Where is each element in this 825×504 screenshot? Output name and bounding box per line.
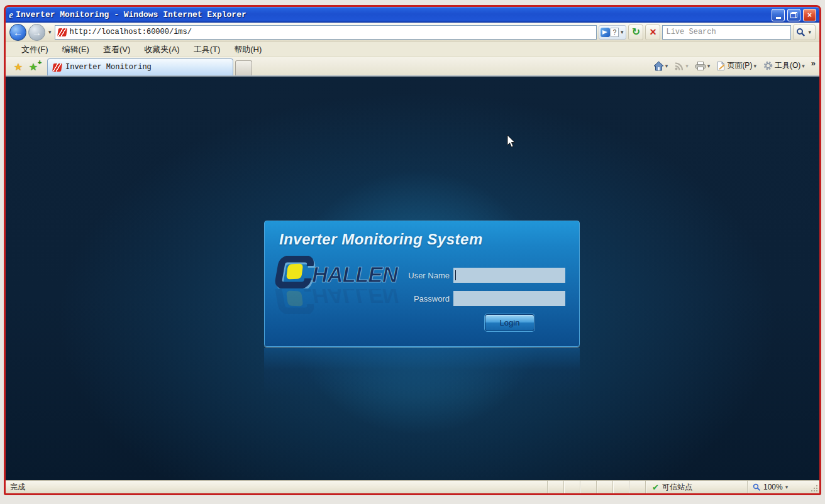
site-favicon-icon bbox=[57, 28, 67, 36]
close-icon: × bbox=[807, 11, 812, 19]
status-pane bbox=[563, 481, 580, 493]
add-favorite-plus-icon: + bbox=[38, 59, 42, 66]
zoom-control[interactable]: 100% ▾ bbox=[747, 481, 810, 493]
search-input[interactable] bbox=[666, 28, 787, 36]
ie-logo-icon: e bbox=[9, 10, 13, 20]
feeds-button[interactable]: ▾ bbox=[672, 59, 691, 73]
restore-button[interactable] bbox=[787, 9, 800, 21]
challen-logo: HALLEN HALLEN bbox=[273, 256, 424, 314]
status-pane bbox=[596, 481, 612, 493]
history-dropdown-icon[interactable]: ▾ bbox=[47, 29, 53, 35]
username-label: User Name bbox=[408, 271, 450, 280]
search-button[interactable]: ▾ bbox=[793, 25, 816, 40]
resize-grip[interactable] bbox=[810, 481, 819, 493]
plugin-dropdown-icon: ▾ bbox=[619, 29, 625, 35]
security-zone-label: 可信站点 bbox=[662, 482, 692, 493]
feeds-dropdown-icon: ▾ bbox=[685, 63, 689, 69]
command-bar: ▾ ▾ ▾ bbox=[651, 57, 816, 75]
grip-dots-icon bbox=[816, 490, 817, 491]
tab-favicon-icon bbox=[52, 63, 62, 72]
system-title: Inverter Monitoring System bbox=[279, 231, 483, 248]
stop-icon: × bbox=[650, 26, 656, 38]
trusted-check-icon: ✔ bbox=[652, 483, 659, 492]
search-icon bbox=[796, 28, 806, 37]
address-bar[interactable] bbox=[55, 25, 597, 40]
svg-text:HALLEN: HALLEN bbox=[312, 289, 399, 308]
zoom-magnifier-icon bbox=[753, 483, 761, 491]
back-button[interactable]: ← bbox=[9, 24, 26, 41]
tools-menu-button[interactable]: 工具(O) ▾ bbox=[760, 58, 807, 73]
username-row: User Name bbox=[408, 268, 565, 283]
page-menu-label: 页面(P) bbox=[727, 60, 752, 71]
new-tab-button[interactable] bbox=[235, 60, 252, 75]
refresh-button[interactable]: ↻ bbox=[628, 25, 643, 40]
printer-icon bbox=[695, 61, 706, 71]
password-row: Password bbox=[414, 291, 565, 306]
challen-logo-icon: HALLEN bbox=[273, 256, 424, 288]
status-text: 完成 bbox=[6, 481, 547, 493]
security-zone-pane: ✔ 可信站点 bbox=[645, 481, 747, 493]
favorites-center-button[interactable]: ★ bbox=[11, 58, 26, 75]
text-caret bbox=[455, 270, 456, 280]
close-button[interactable]: × bbox=[803, 9, 816, 21]
panel-reflection bbox=[264, 348, 580, 397]
plugin-help-icon: ? bbox=[611, 28, 619, 37]
gear-icon bbox=[763, 60, 773, 71]
mouse-cursor-icon bbox=[507, 134, 516, 148]
search-dropdown-icon[interactable]: ▾ bbox=[807, 29, 812, 35]
window-title: Inverter Monitoring - Windows Internet E… bbox=[16, 10, 769, 19]
tools-menu-label: 工具(O) bbox=[775, 60, 800, 71]
status-pane bbox=[580, 481, 596, 493]
plugin-icon bbox=[601, 28, 610, 37]
status-bar: 完成 ✔ 可信站点 100% ▾ bbox=[6, 480, 819, 493]
menu-favorites[interactable]: 收藏夹(A) bbox=[137, 43, 186, 57]
page-icon bbox=[716, 61, 726, 71]
logo-reflection: HALLEN bbox=[273, 289, 424, 314]
login-panel: Inverter Monitoring System HALLEN bbox=[264, 221, 580, 347]
logo-text: HALLEN bbox=[312, 262, 399, 287]
live-search-box[interactable] bbox=[662, 25, 791, 40]
menu-bar: 文件(F) 编辑(E) 查看(V) 收藏夹(A) 工具(T) 帮助(H) bbox=[6, 42, 819, 57]
menu-help[interactable]: 帮助(H) bbox=[227, 43, 269, 57]
tab-bar: ★ ★+ Inverter Monitoring ▾ ▾ bbox=[6, 57, 819, 76]
stop-button[interactable]: × bbox=[645, 25, 660, 40]
page-viewport: Inverter Monitoring System HALLEN bbox=[6, 76, 819, 480]
address-input[interactable] bbox=[70, 28, 594, 36]
tab-title: Inverter Monitoring bbox=[65, 63, 152, 72]
print-dropdown-icon[interactable]: ▾ bbox=[707, 63, 711, 69]
menu-file[interactable]: 文件(F) bbox=[14, 43, 55, 57]
password-label: Password bbox=[414, 294, 450, 304]
status-pane bbox=[547, 481, 563, 493]
tab-inverter-monitoring[interactable]: Inverter Monitoring bbox=[47, 58, 233, 75]
forward-button[interactable]: → bbox=[28, 24, 45, 41]
refresh-icon: ↻ bbox=[632, 27, 640, 37]
browser-window: e Inverter Monitoring - Windows Internet… bbox=[4, 5, 821, 495]
home-dropdown-icon[interactable]: ▾ bbox=[665, 63, 668, 69]
status-pane bbox=[629, 481, 645, 493]
tools-dropdown-icon: ▾ bbox=[802, 63, 805, 69]
menu-tools[interactable]: 工具(T) bbox=[187, 43, 228, 57]
page-menu-button[interactable]: 页面(P) ▾ bbox=[714, 58, 759, 73]
menu-edit[interactable]: 编辑(E) bbox=[55, 43, 96, 57]
password-input[interactable] bbox=[453, 291, 565, 306]
title-bar: e Inverter Monitoring - Windows Internet… bbox=[6, 7, 819, 23]
home-button[interactable]: ▾ bbox=[651, 59, 671, 73]
add-favorite-button[interactable]: ★+ bbox=[26, 58, 41, 75]
toolbar-plugin-button[interactable]: ? ▾ bbox=[599, 25, 627, 40]
zoom-dropdown-icon[interactable]: ▾ bbox=[785, 484, 789, 490]
home-icon bbox=[653, 61, 664, 71]
restore-icon bbox=[790, 12, 797, 18]
page-dropdown-icon: ▾ bbox=[753, 63, 756, 69]
status-pane bbox=[612, 481, 629, 493]
minimize-icon bbox=[776, 17, 781, 19]
minimize-button[interactable] bbox=[772, 9, 785, 21]
navigation-bar: ← → ▾ ? ▾ ↻ × ▾ bbox=[6, 23, 819, 42]
rss-feed-icon bbox=[674, 61, 684, 71]
toolbar-overflow-icon[interactable]: » bbox=[809, 58, 816, 68]
username-input[interactable] bbox=[453, 268, 565, 283]
print-button[interactable]: ▾ bbox=[692, 59, 713, 73]
menu-view[interactable]: 查看(V) bbox=[96, 43, 137, 57]
add-favorite-star-icon: ★ bbox=[29, 61, 38, 73]
zoom-level-label: 100% bbox=[763, 483, 783, 491]
login-button[interactable]: Login bbox=[485, 314, 534, 331]
